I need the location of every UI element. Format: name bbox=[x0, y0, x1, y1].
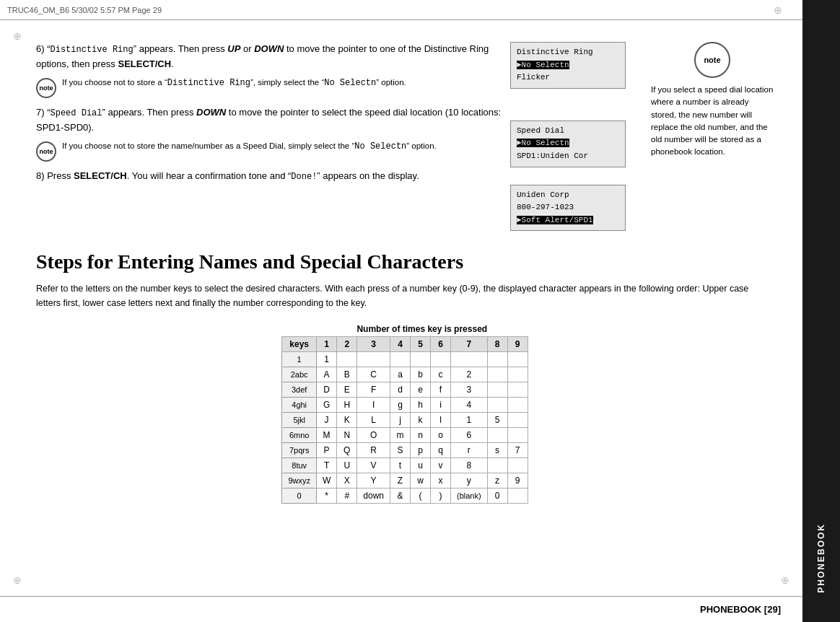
table-cell bbox=[450, 351, 487, 367]
table-cell: g bbox=[390, 397, 410, 412]
table-cell bbox=[410, 351, 430, 367]
table-cell: (blank) bbox=[450, 488, 487, 503]
key-cell: 2abc bbox=[282, 367, 317, 382]
col-header-9: 9 bbox=[507, 336, 528, 351]
table-cell: 5 bbox=[487, 412, 507, 427]
step-7-note-text: If you choose not to store the name/numb… bbox=[62, 140, 437, 153]
table-cell: k bbox=[410, 412, 430, 427]
table-cell: O bbox=[357, 427, 390, 442]
table-cell bbox=[487, 351, 507, 367]
table-cell: u bbox=[410, 457, 430, 473]
table-cell: m bbox=[390, 427, 410, 442]
table-cell bbox=[487, 427, 507, 442]
footer-page-label: PHONEBOOK bbox=[700, 604, 761, 615]
table-cell: 6 bbox=[450, 427, 487, 442]
table-cell: ( bbox=[410, 488, 430, 503]
table-cell: down bbox=[357, 488, 390, 503]
col-header-4: 4 bbox=[390, 336, 410, 351]
footer-bracket-close: ] bbox=[778, 604, 781, 615]
table-cell: 7 bbox=[507, 442, 528, 457]
col-header-6: 6 bbox=[430, 336, 450, 351]
key-cell: 7pqrs bbox=[282, 442, 317, 457]
header-text: TRUC46_OM_B6 5/30/02 5:57 PM Page 29 bbox=[7, 6, 162, 14]
table-cell: j bbox=[390, 412, 410, 427]
table-row: 7pqrsPQRSpqrs7 bbox=[282, 442, 528, 457]
steps-left: 6) “Distinctive Ring” appears. Then pres… bbox=[36, 42, 503, 237]
table-cell: H bbox=[337, 397, 357, 412]
table-cell: w bbox=[410, 473, 430, 488]
bottom-bar: PHONEBOOK [ 29 ] bbox=[0, 596, 802, 622]
step-6-number: 6) “Distinctive Ring” appears. Then pres… bbox=[36, 43, 489, 69]
footer-page-number: 29 bbox=[767, 604, 777, 615]
table-cell: ) bbox=[430, 488, 450, 503]
table-empty-header bbox=[282, 322, 317, 337]
table-cell: S bbox=[390, 442, 410, 457]
steps-section: 6) “Distinctive Ring” appears. Then pres… bbox=[36, 42, 774, 237]
table-cell: L bbox=[357, 412, 390, 427]
col-header-keys: keys bbox=[282, 336, 317, 351]
step-8: 8) Press SELECT/CH. You will hear a conf… bbox=[36, 169, 503, 184]
table-cell: d bbox=[390, 382, 410, 397]
table-cell: 1 bbox=[450, 412, 487, 427]
table-cell bbox=[507, 457, 528, 473]
step-6-note-text: If you choose not to store a “Distinctiv… bbox=[62, 76, 406, 89]
table-cell: 0 bbox=[487, 488, 507, 503]
table-row: 11 bbox=[282, 351, 528, 367]
table-cell bbox=[487, 457, 507, 473]
table-cell: K bbox=[337, 412, 357, 427]
table-cell: X bbox=[337, 473, 357, 488]
table-cell: a bbox=[390, 367, 410, 382]
table-cell: N bbox=[337, 427, 357, 442]
table-cell: z bbox=[487, 473, 507, 488]
key-cell: 5jkl bbox=[282, 412, 317, 427]
table-cell: T bbox=[316, 457, 336, 473]
table-cell: P bbox=[316, 442, 336, 457]
table-title: Number of times key is pressed bbox=[316, 322, 528, 337]
char-table: Number of times key is pressed keys 1 2 … bbox=[281, 322, 528, 504]
section-heading: Steps for Entering Names and Special Cha… bbox=[36, 250, 774, 274]
table-cell: G bbox=[316, 397, 336, 412]
table-cell: 1 bbox=[316, 351, 336, 367]
step-6: 6) “Distinctive Ring” appears. Then pres… bbox=[36, 42, 503, 98]
table-cell: s bbox=[487, 442, 507, 457]
key-cell: 6mno bbox=[282, 427, 317, 442]
header-bar: TRUC46_OM_B6 5/30/02 5:57 PM Page 29 ⊕ bbox=[0, 0, 840, 20]
table-cell: o bbox=[430, 427, 450, 442]
table-row: 8tuvTUVtuv8 bbox=[282, 457, 528, 473]
table-cell bbox=[487, 397, 507, 412]
table-cell: Z bbox=[390, 473, 410, 488]
col-header-5: 5 bbox=[410, 336, 430, 351]
table-cell: 9 bbox=[507, 473, 528, 488]
right-note-text: If you select a speed dial location wher… bbox=[651, 84, 774, 159]
step-7-number: 7) “Speed Dial” appears. Then press DOWN… bbox=[36, 107, 501, 133]
table-cell bbox=[487, 367, 507, 382]
char-table-wrapper: Number of times key is pressed keys 1 2 … bbox=[36, 322, 774, 504]
step-6-text: 6) “Distinctive Ring” appears. Then pres… bbox=[36, 42, 503, 72]
col-header-1: 1 bbox=[316, 336, 336, 351]
table-cell bbox=[507, 397, 528, 412]
table-row: 0*#down&()(blank)0 bbox=[282, 488, 528, 503]
table-cell bbox=[390, 351, 410, 367]
reg-mark-top-right: ⊕ bbox=[774, 4, 782, 16]
table-cell: b bbox=[410, 367, 430, 382]
key-cell: 9wxyz bbox=[282, 473, 317, 488]
table-cell: v bbox=[430, 457, 450, 473]
table-cell: Y bbox=[357, 473, 390, 488]
col-header-8: 8 bbox=[487, 336, 507, 351]
table-cell: & bbox=[390, 488, 410, 503]
note-icon-6: note bbox=[36, 78, 56, 98]
table-cell bbox=[507, 412, 528, 427]
key-cell: 8tuv bbox=[282, 457, 317, 473]
table-cell: l bbox=[430, 412, 450, 427]
table-cell: y bbox=[450, 473, 487, 488]
table-cell: x bbox=[430, 473, 450, 488]
table-cell bbox=[337, 351, 357, 367]
table-cell: * bbox=[316, 488, 336, 503]
table-cell: # bbox=[337, 488, 357, 503]
table-cell bbox=[507, 488, 528, 503]
table-cell bbox=[507, 427, 528, 442]
step-8-text: 8) Press SELECT/CH. You will hear a conf… bbox=[36, 169, 503, 184]
table-cell: R bbox=[357, 442, 390, 457]
table-row: 2abcABCabc2 bbox=[282, 367, 528, 382]
section-intro: Refer to the letters on the number keys … bbox=[36, 281, 774, 310]
